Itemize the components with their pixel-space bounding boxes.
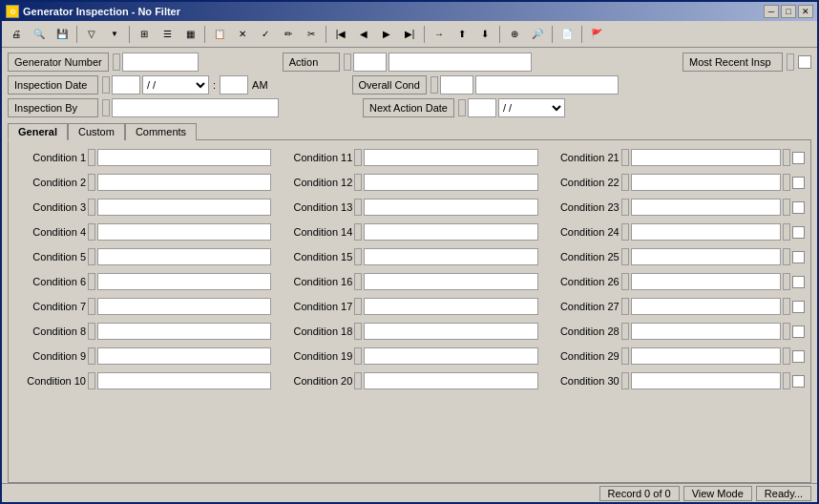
condition-row: Condition 8 — [14, 320, 271, 343]
save-button[interactable]: 💾 — [52, 24, 73, 45]
tab-comments[interactable]: Comments — [125, 123, 197, 140]
inspection-date-input[interactable] — [112, 75, 140, 94]
minimize-button[interactable]: ─ — [764, 5, 779, 18]
condition-3-9-checkbox[interactable] — [792, 350, 805, 363]
generator-number-input[interactable] — [122, 52, 199, 72]
zoom-button[interactable]: ⊕ — [504, 24, 525, 45]
report-button[interactable]: 📄 — [556, 24, 578, 45]
condition-3-2-input[interactable] — [631, 174, 781, 191]
close-button[interactable]: ✕ — [798, 5, 813, 18]
edit-button[interactable]: ✏ — [278, 24, 299, 45]
arrow-button[interactable]: → — [429, 24, 450, 45]
condition-1-10-input[interactable] — [97, 372, 271, 389]
condition-1-8-input[interactable] — [97, 323, 271, 340]
overall-cond-code-input[interactable] — [440, 75, 473, 94]
condition-label: Condition 18 — [281, 326, 352, 337]
condition-2-6-input[interactable] — [364, 273, 537, 290]
condition-3-7-input[interactable] — [631, 298, 781, 315]
tab-general[interactable]: General — [8, 123, 68, 140]
action-desc-input[interactable] — [388, 52, 532, 72]
condition-label: Condition 21 — [548, 152, 620, 163]
condition-2-4-input[interactable] — [364, 223, 537, 241]
condition-2-2-input[interactable] — [364, 174, 537, 191]
condition-2-3-input[interactable] — [364, 199, 537, 216]
grid-button[interactable]: ⊞ — [134, 24, 155, 45]
inspection-time-input[interactable] — [220, 75, 248, 94]
condition-3-1-checkbox[interactable] — [792, 152, 805, 164]
form-row-inspection-date: Inspection Date / / : AM Overall Cond — [8, 74, 811, 95]
overall-cond-desc-input[interactable] — [475, 75, 619, 94]
print-button[interactable]: 🖨 — [6, 24, 27, 45]
condition-3-10-input[interactable] — [631, 372, 781, 389]
condition-3-2-checkbox[interactable] — [792, 177, 805, 189]
condition-3-5-input[interactable] — [631, 248, 781, 265]
cut-button[interactable]: ✂ — [301, 24, 322, 45]
condition-indicator — [88, 199, 95, 216]
condition-row: Condition 21 — [548, 146, 805, 169]
condition-2-8-input[interactable] — [364, 323, 537, 340]
title-bar: ⚙ Generator Inspection - No Filter ─ □ ✕ — [2, 2, 817, 21]
tab-custom[interactable]: Custom — [68, 123, 125, 140]
condition-indicator — [621, 223, 629, 241]
condition-3-7-checkbox[interactable] — [792, 301, 805, 313]
nav-first-button[interactable]: |◀ — [330, 24, 351, 45]
condition-2-1-input[interactable] — [364, 149, 537, 166]
condition-1-4-input[interactable] — [97, 223, 271, 241]
flag-button[interactable]: 🚩 — [586, 24, 607, 45]
copy-button[interactable]: 📋 — [209, 24, 230, 45]
inspection-date-select[interactable]: / / — [142, 75, 209, 94]
condition-label: Condition 14 — [281, 226, 352, 238]
filter-down-button[interactable]: ▼ — [104, 24, 125, 45]
condition-2-10-input[interactable] — [364, 372, 537, 389]
nav-last-button[interactable]: ▶| — [399, 24, 420, 45]
condition-3-8-input[interactable] — [631, 323, 781, 340]
condition-3-4-checkbox[interactable] — [792, 226, 805, 239]
condition-label: Condition 17 — [281, 301, 352, 312]
zoom2-button[interactable]: 🔎 — [527, 24, 548, 45]
delete-button[interactable]: ✕ — [232, 24, 253, 45]
layout-button[interactable]: ▦ — [179, 24, 200, 45]
condition-1-7-input[interactable] — [97, 298, 271, 315]
condition-3-9-input[interactable] — [631, 347, 781, 365]
condition-2-5-input[interactable] — [364, 248, 537, 265]
condition-2-7-input[interactable] — [364, 298, 537, 315]
tabs: General Custom Comments — [8, 122, 811, 139]
condition-indicator-2 — [783, 298, 790, 315]
condition-1-9-input[interactable] — [97, 347, 271, 365]
condition-3-3-input[interactable] — [631, 199, 781, 216]
condition-2-9-input[interactable] — [364, 347, 537, 365]
condition-3-8-checkbox[interactable] — [792, 326, 805, 338]
tabs-container: General Custom Comments — [2, 122, 817, 139]
check-button[interactable]: ✓ — [255, 24, 276, 45]
condition-1-6-input[interactable] — [97, 273, 271, 290]
condition-1-2-input[interactable] — [97, 174, 271, 191]
condition-3-1-input[interactable] — [631, 149, 781, 166]
condition-1-1-input[interactable] — [97, 149, 271, 166]
export-button[interactable]: ⬇ — [474, 24, 495, 45]
condition-indicator — [354, 298, 362, 315]
condition-3-3-checkbox[interactable] — [792, 201, 805, 214]
condition-3-4-input[interactable] — [631, 223, 781, 241]
nav-prev-button[interactable]: ◀ — [353, 24, 374, 45]
maximize-button[interactable]: □ — [781, 5, 796, 18]
most-recent-checkbox[interactable] — [798, 55, 811, 69]
list-button[interactable]: ☰ — [157, 24, 178, 45]
condition-3-10-checkbox[interactable] — [792, 375, 805, 388]
condition-3-5-checkbox[interactable] — [792, 251, 805, 263]
toolbar-separator-1 — [76, 26, 77, 43]
next-action-date-input[interactable] — [468, 98, 496, 117]
nav-next-button[interactable]: ▶ — [376, 24, 397, 45]
inspection-by-input[interactable] — [112, 98, 279, 117]
action-code-input[interactable] — [353, 52, 387, 72]
condition-indicator — [621, 372, 629, 389]
condition-3-6-checkbox[interactable] — [792, 276, 805, 288]
condition-indicator — [621, 149, 629, 166]
generator-number-indicator — [113, 53, 120, 71]
preview-button[interactable]: 🔍 — [29, 24, 50, 45]
filter-button[interactable]: ▽ — [81, 24, 102, 45]
next-action-date-select[interactable]: / / — [498, 98, 565, 117]
condition-3-6-input[interactable] — [631, 273, 781, 290]
condition-1-3-input[interactable] — [97, 199, 271, 216]
condition-1-5-input[interactable] — [97, 248, 271, 265]
import-button[interactable]: ⬆ — [452, 24, 472, 45]
